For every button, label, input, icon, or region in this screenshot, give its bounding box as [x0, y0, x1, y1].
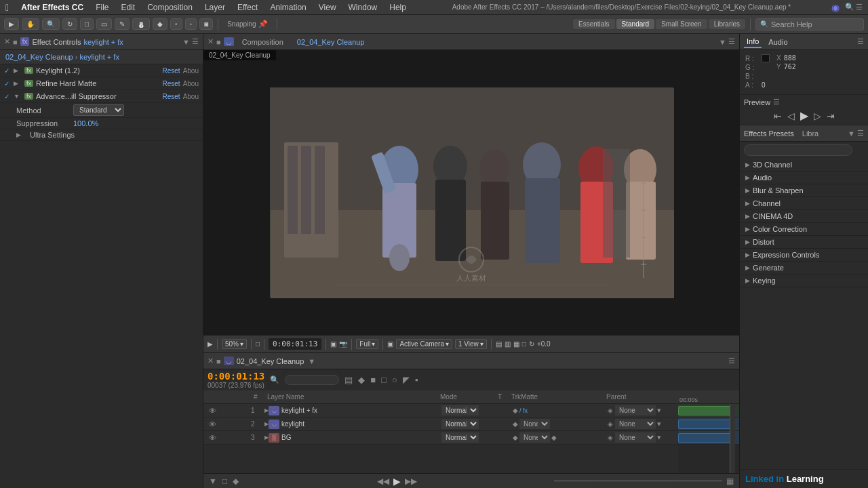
suppressor-expand[interactable]: ▼	[14, 93, 22, 100]
tl-timecode-display[interactable]: 0:00:01:13 00037 (23.976 fps)	[208, 371, 264, 389]
ultra-expand[interactable]: ▶	[16, 131, 24, 138]
tl-play-btn[interactable]: ▶	[393, 476, 401, 487]
layer-3-eye[interactable]: 👁	[206, 434, 218, 442]
preview-first-btn[interactable]: ⇤	[774, 110, 782, 121]
tl-graph-icon[interactable]: ▦	[725, 475, 735, 487]
search-help-area[interactable]: 🔍 Search Help	[755, 18, 864, 30]
menu-file[interactable]: File	[90, 1, 114, 14]
comp-panel-lock[interactable]: ■	[216, 38, 221, 46]
category-audio[interactable]: ▶ Audio	[740, 171, 868, 184]
workspace-standard[interactable]: Standard	[616, 19, 655, 29]
vc-fit-icon[interactable]: □	[256, 340, 260, 348]
comp-panel-list[interactable]: ☰	[728, 37, 735, 46]
suppressor-about[interactable]: Abou	[183, 93, 199, 100]
vc-snapshot-icon[interactable]: 📷	[339, 340, 347, 348]
method-dropdown[interactable]: Standard Advanced	[73, 104, 124, 116]
vc-grid-icon[interactable]: ▤	[496, 340, 502, 348]
tl-tool-icon-1[interactable]: ▤	[344, 375, 353, 385]
keylight-enabled-check[interactable]: ✓	[4, 67, 9, 75]
quality-dropdown[interactable]: Full ▾	[356, 339, 378, 349]
tool-brush[interactable]: ⛄	[132, 18, 150, 30]
tl-tool-icon-2[interactable]: ◆	[358, 375, 365, 385]
layer-1-eye[interactable]: 👁	[206, 407, 218, 415]
tl-tool-icon-5[interactable]: ○	[392, 375, 397, 385]
layer-2-mode[interactable]: Normal Add	[441, 419, 479, 429]
timecode-display[interactable]: 0:00:01:13	[269, 338, 321, 350]
category-channel[interactable]: ▶ Channel	[740, 197, 868, 210]
tool-select[interactable]: ▶	[4, 18, 19, 30]
tl-menu-icon[interactable]: ▼	[308, 357, 315, 365]
refine-reset[interactable]: Reset	[163, 80, 180, 87]
panel-lock-icon[interactable]: ■	[13, 38, 18, 46]
menu-animation[interactable]: Animation	[264, 1, 311, 14]
tool-roto[interactable]: ◦	[185, 18, 197, 30]
layer-1-parent-expand[interactable]: ▾	[657, 406, 661, 415]
tl-beginning-btn[interactable]: ◀◀	[377, 476, 389, 486]
tool-eraser[interactable]: ▫	[170, 18, 182, 30]
layer-1-fx[interactable]: / fx	[519, 407, 528, 414]
vc-3d-icon[interactable]: □	[522, 340, 526, 348]
preview-last-btn[interactable]: ⇥	[827, 110, 835, 121]
menu-view[interactable]: View	[313, 1, 342, 14]
effects-menu-icon[interactable]: ☰	[857, 129, 864, 138]
layer-1-mode[interactable]: Normal Add Multiply	[441, 405, 479, 415]
category-blur-sharpen[interactable]: ▶ Blur & Sharpen	[740, 184, 868, 197]
vc-guides-icon[interactable]: ▥	[505, 340, 511, 348]
category-cinema4d[interactable]: ▶ CINEMA 4D	[740, 210, 868, 223]
vc-camera-icon[interactable]: ▣	[330, 340, 336, 348]
workspace-essentials[interactable]: Essentials	[573, 19, 615, 29]
tl-lock[interactable]: ■	[216, 357, 221, 365]
menu-edit[interactable]: Edit	[115, 1, 140, 14]
layer-1-parent-select[interactable]: None	[615, 405, 656, 415]
tool-rect-mask[interactable]: ▭	[96, 18, 112, 30]
tl-close[interactable]: ✕	[208, 357, 214, 365]
layer-1-trk-icon[interactable]: ◆	[513, 407, 518, 414]
view-layout-dropdown[interactable]: 1 View ▾	[455, 339, 487, 349]
category-color-correction[interactable]: ▶ Color Correction	[740, 223, 868, 236]
composition-tab[interactable]: 02_04_Key Cleanup	[292, 37, 370, 47]
keylight-about[interactable]: Abou	[183, 67, 199, 75]
list-icon[interactable]: ☰	[856, 3, 863, 12]
audio-tab[interactable]: Audio	[766, 37, 790, 47]
keylight-reset[interactable]: Reset	[163, 67, 180, 75]
magnet-icon[interactable]: 📌	[258, 20, 268, 28]
effects-library-tab[interactable]: Libra	[802, 129, 818, 138]
tl-add-layer-btn[interactable]: ▼	[208, 475, 218, 487]
suppressor-enabled-check[interactable]: ✓	[4, 93, 9, 100]
zoom-dropdown[interactable]: 50% ▾	[222, 339, 247, 349]
breadcrumb-comp[interactable]: 02_04_Key Cleanup	[5, 53, 73, 61]
layer-3-trk-icon[interactable]: ◆	[513, 434, 518, 441]
layer-2-trkmatte-select[interactable]: None	[519, 419, 550, 429]
effects-expand-icon[interactable]: ▼	[848, 129, 855, 138]
layer-3-trk-arrow[interactable]: ◆	[551, 434, 557, 441]
preview-menu-icon[interactable]: ☰	[773, 98, 780, 106]
comp-panel-close[interactable]: ✕	[208, 37, 214, 46]
vc-refresh-icon[interactable]: ↻	[529, 340, 534, 348]
menu-composition[interactable]: Composition	[142, 1, 198, 14]
tl-search-input[interactable]	[285, 375, 339, 385]
tl-end-btn[interactable]: ▶▶	[405, 476, 417, 486]
category-distort[interactable]: ▶ Distort	[740, 236, 868, 249]
category-3d-channel[interactable]: ▶ 3D Channel	[740, 159, 868, 171]
info-tab[interactable]: Info	[744, 36, 762, 48]
tool-rotate[interactable]: ↻	[62, 18, 77, 30]
tool-pen[interactable]: ✎	[115, 18, 130, 30]
layer-3-parent-select[interactable]: None	[615, 432, 656, 443]
layer-2-eye[interactable]: 👁	[206, 420, 218, 428]
vc-region-icon[interactable]: ▣	[387, 340, 393, 348]
refine-expand[interactable]: ▶	[14, 80, 22, 87]
panel-expand-icon[interactable]: ▼	[182, 38, 190, 46]
layer-2-parent-select[interactable]: None	[615, 419, 656, 429]
tool-zoom[interactable]: 🔍	[42, 18, 60, 30]
layer-2-trk-icon[interactable]: ◆	[513, 420, 518, 428]
menu-effect[interactable]: Effect	[232, 1, 263, 14]
tl-tool-icon-6[interactable]: ◤	[403, 375, 410, 385]
tl-panel-menu[interactable]: ☰	[728, 357, 735, 365]
tool-unified[interactable]: □	[80, 18, 94, 30]
vc-mask-icon[interactable]: ▦	[513, 340, 519, 348]
comp-panel-menu[interactable]: ▼	[719, 38, 726, 46]
category-keying[interactable]: ▶ Keying	[740, 274, 868, 287]
menu-help[interactable]: Help	[384, 1, 412, 14]
info-panel-menu[interactable]: ☰	[857, 37, 864, 46]
tool-hand[interactable]: ✋	[22, 18, 39, 30]
